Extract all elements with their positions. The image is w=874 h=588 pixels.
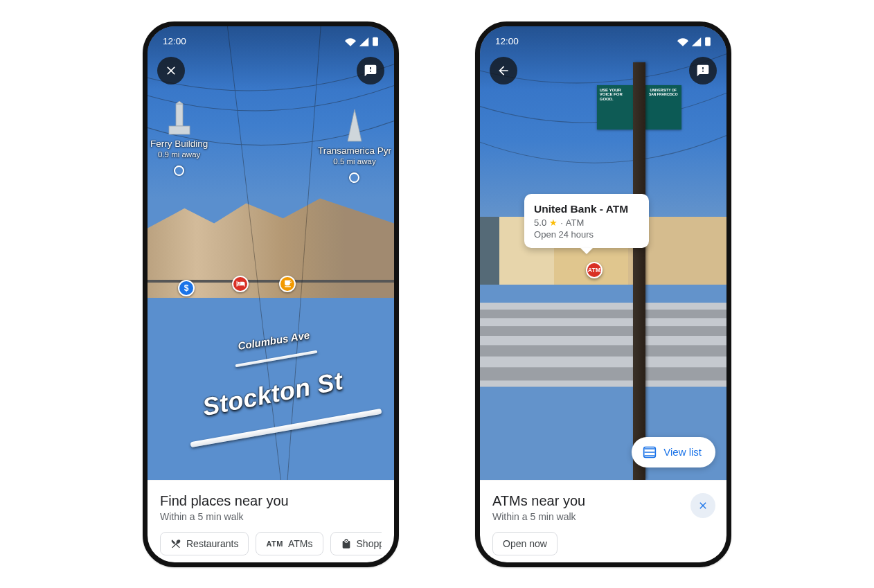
shopping-icon bbox=[341, 538, 352, 549]
ar-camera-view[interactable]: USE YOUR VOICE FOR GOOD. UNIVERSITY OF S… bbox=[480, 26, 726, 480]
svg-marker-2 bbox=[176, 101, 183, 104]
category-chip-row[interactable]: Restaurants ATM ATMs Shopping bbox=[160, 532, 382, 555]
svg-rect-3 bbox=[169, 126, 190, 134]
view-list-label: View list bbox=[663, 446, 702, 458]
chip-label: Restaurants bbox=[186, 538, 238, 549]
street-banner-left: USE YOUR VOICE FOR GOOD. bbox=[597, 85, 633, 130]
chip-open-now[interactable]: Open now bbox=[492, 532, 558, 555]
utility-pole bbox=[633, 62, 645, 480]
poi-pin-cafe[interactable] bbox=[279, 276, 296, 292]
sheet-close-button[interactable] bbox=[690, 493, 715, 518]
star-icon: ★ bbox=[549, 217, 558, 229]
landmark-ferry-building[interactable]: Ferry Building 0.9 mi away bbox=[150, 101, 208, 176]
street-banner-right: UNIVERSITY OF SAN FRANCISCO bbox=[645, 85, 681, 130]
back-arrow-icon bbox=[497, 64, 510, 78]
atm-pin-label: ATM bbox=[588, 267, 601, 274]
place-callout[interactable]: United Bank - ATM 5.0 ★ · ATM Open 24 ho… bbox=[524, 194, 649, 248]
feedback-icon bbox=[364, 64, 377, 78]
bottom-sheet: Find places near you Within a 5 min walk… bbox=[148, 480, 394, 562]
sheet-title: Find places near you bbox=[160, 493, 382, 509]
chip-label: Open now bbox=[503, 538, 547, 549]
feedback-button[interactable] bbox=[357, 57, 384, 84]
transamerica-icon bbox=[341, 108, 368, 143]
chip-atms[interactable]: ATM ATMs bbox=[256, 532, 323, 555]
landmark-distance: 0.5 mi away bbox=[333, 157, 375, 166]
status-time: 12:00 bbox=[495, 36, 519, 46]
ar-camera-view[interactable]: Ferry Building 0.9 mi away Transamerica … bbox=[148, 26, 394, 480]
close-button[interactable] bbox=[157, 57, 185, 84]
landmark-distance: 0.9 mi away bbox=[158, 150, 200, 159]
feedback-icon bbox=[696, 64, 710, 78]
callout-title: United Bank - ATM bbox=[534, 202, 639, 217]
back-button[interactable] bbox=[490, 57, 517, 84]
status-time: 12:00 bbox=[163, 36, 186, 46]
poi-pin-hotel[interactable] bbox=[232, 276, 249, 292]
bottom-sheet: ATMs near you Within a 5 min walk Open n… bbox=[480, 480, 726, 562]
sheet-subtitle: Within a 5 min walk bbox=[492, 511, 714, 522]
sheet-title: ATMs near you bbox=[492, 493, 714, 509]
filter-chip-row[interactable]: Open now bbox=[492, 532, 714, 555]
svg-rect-1 bbox=[176, 104, 183, 126]
callout-hours: Open 24 hours bbox=[534, 229, 639, 241]
phone-mock-1: 12:00 bbox=[143, 21, 399, 567]
close-icon bbox=[164, 64, 178, 78]
callout-meta: 5.0 ★ · ATM bbox=[534, 217, 639, 229]
atm-icon: ATM bbox=[266, 540, 283, 548]
status-icons bbox=[677, 37, 711, 46]
chip-shopping[interactable]: Shopping bbox=[330, 532, 382, 555]
feedback-button[interactable] bbox=[689, 57, 717, 84]
chip-label: ATMs bbox=[288, 538, 313, 549]
phone-mock-2: 12:00 USE YOUR VOICE FOR bbox=[475, 21, 731, 567]
atm-map-pin[interactable]: ATM bbox=[586, 262, 603, 278]
status-bar: 12:00 bbox=[488, 30, 718, 53]
status-icons bbox=[345, 37, 379, 46]
landmark-transamerica[interactable]: Transamerica Pyr 0.5 mi away bbox=[318, 108, 391, 183]
chip-restaurants[interactable]: Restaurants bbox=[160, 532, 249, 555]
svg-rect-5 bbox=[705, 37, 711, 45]
svg-rect-0 bbox=[373, 37, 378, 45]
sheet-subtitle: Within a 5 min walk bbox=[160, 511, 382, 522]
list-icon bbox=[643, 445, 657, 459]
chip-label: Shopping bbox=[357, 538, 382, 549]
view-list-button[interactable]: View list bbox=[632, 437, 715, 467]
close-icon bbox=[697, 500, 708, 511]
bed-icon bbox=[236, 279, 245, 288]
ferry-building-icon bbox=[166, 101, 193, 136]
landmark-name: Ferry Building bbox=[150, 139, 208, 149]
dollar-icon: $ bbox=[184, 283, 189, 293]
svg-marker-4 bbox=[348, 109, 362, 141]
status-bar: 12:00 bbox=[156, 30, 386, 53]
coffee-icon bbox=[283, 279, 292, 288]
landmark-name: Transamerica Pyr bbox=[318, 145, 391, 156]
restaurant-icon bbox=[170, 538, 181, 549]
